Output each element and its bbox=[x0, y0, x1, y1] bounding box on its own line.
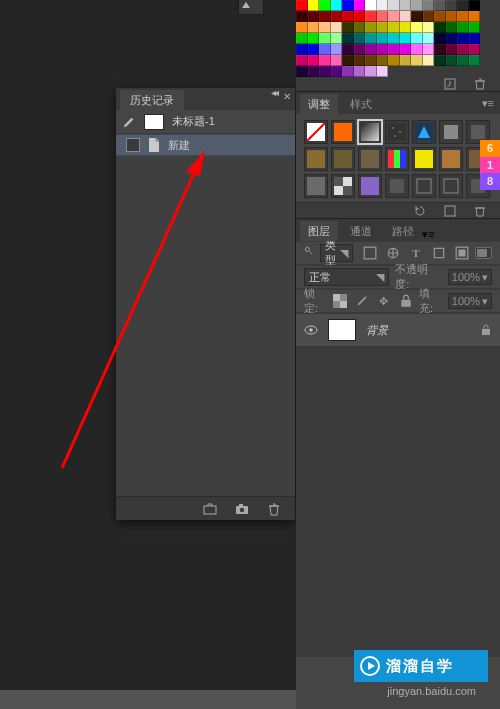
tab-layers[interactable]: 图层 bbox=[300, 221, 338, 241]
swatch[interactable] bbox=[342, 22, 354, 33]
opacity-value[interactable]: 100%▾ bbox=[448, 269, 492, 285]
solid-icon[interactable] bbox=[331, 120, 355, 144]
no-icon[interactable] bbox=[304, 120, 328, 144]
swatch[interactable] bbox=[319, 11, 331, 22]
swatch[interactable] bbox=[423, 44, 435, 55]
threshold-icon[interactable] bbox=[385, 174, 409, 198]
swatch[interactable] bbox=[388, 11, 400, 22]
filter-pixel-icon[interactable] bbox=[363, 246, 377, 260]
swatch[interactable] bbox=[469, 33, 481, 44]
swatch[interactable] bbox=[296, 0, 308, 11]
swatch[interactable] bbox=[308, 66, 320, 77]
swatch[interactable] bbox=[365, 22, 377, 33]
panel-menu-icon[interactable]: ▾≡ bbox=[482, 97, 494, 110]
swatch[interactable] bbox=[331, 55, 343, 66]
swatch[interactable] bbox=[296, 33, 308, 44]
swatch[interactable] bbox=[457, 22, 469, 33]
swatch[interactable] bbox=[296, 44, 308, 55]
swatch[interactable] bbox=[354, 55, 366, 66]
swatch[interactable] bbox=[342, 33, 354, 44]
swatch[interactable] bbox=[365, 55, 377, 66]
swatch[interactable] bbox=[296, 55, 308, 66]
invert-icon[interactable] bbox=[331, 174, 355, 198]
swatch[interactable] bbox=[331, 33, 343, 44]
levels-icon[interactable] bbox=[439, 120, 463, 144]
swatch[interactable] bbox=[446, 55, 458, 66]
filter-icon[interactable] bbox=[304, 246, 314, 260]
gradmap-icon[interactable] bbox=[439, 174, 463, 198]
pattern-icon[interactable] bbox=[385, 120, 409, 144]
close-icon[interactable]: ✕ bbox=[283, 91, 291, 102]
swatch[interactable] bbox=[331, 22, 343, 33]
swatch[interactable] bbox=[319, 66, 331, 77]
swatch[interactable] bbox=[354, 44, 366, 55]
tab-channels[interactable]: 通道 bbox=[342, 221, 380, 241]
swatch[interactable] bbox=[411, 11, 423, 22]
swatch[interactable] bbox=[411, 22, 423, 33]
layer-row[interactable]: 背景 bbox=[296, 313, 500, 347]
swatch[interactable] bbox=[457, 11, 469, 22]
filter-smart-icon[interactable] bbox=[455, 246, 469, 260]
swatch[interactable] bbox=[423, 55, 435, 66]
camera-icon[interactable] bbox=[235, 502, 249, 516]
swatch[interactable] bbox=[400, 55, 412, 66]
color-balance-icon[interactable] bbox=[385, 147, 409, 171]
swatch[interactable] bbox=[434, 22, 446, 33]
swatch[interactable] bbox=[388, 22, 400, 33]
swatch[interactable] bbox=[331, 0, 343, 11]
posterize-icon[interactable] bbox=[358, 174, 382, 198]
swatch[interactable] bbox=[308, 44, 320, 55]
swatch[interactable] bbox=[377, 55, 389, 66]
swatch[interactable] bbox=[354, 66, 366, 77]
swatch[interactable] bbox=[296, 66, 308, 77]
swatch[interactable] bbox=[319, 0, 331, 11]
swatch[interactable] bbox=[457, 0, 469, 11]
swatch[interactable] bbox=[434, 33, 446, 44]
exposure-icon[interactable] bbox=[304, 147, 328, 171]
lock-all-icon[interactable] bbox=[399, 294, 413, 308]
swatch[interactable] bbox=[469, 55, 481, 66]
swatch[interactable] bbox=[411, 0, 423, 11]
swatch[interactable] bbox=[388, 44, 400, 55]
swatch[interactable] bbox=[446, 33, 458, 44]
swatch[interactable] bbox=[400, 22, 412, 33]
swatch[interactable] bbox=[354, 11, 366, 22]
filter-shape-icon[interactable] bbox=[432, 246, 446, 260]
swatch[interactable] bbox=[411, 44, 423, 55]
swatch[interactable] bbox=[377, 66, 389, 77]
hue-icon[interactable] bbox=[358, 147, 382, 171]
swatch[interactable] bbox=[354, 33, 366, 44]
swatch[interactable] bbox=[365, 66, 377, 77]
photo-filter-icon[interactable] bbox=[439, 147, 463, 171]
swatch[interactable] bbox=[365, 33, 377, 44]
new-style-icon[interactable] bbox=[444, 205, 456, 217]
filter-adjust-icon[interactable] bbox=[386, 246, 400, 260]
trash-icon[interactable] bbox=[267, 502, 281, 516]
swatch[interactable] bbox=[400, 33, 412, 44]
swatch[interactable] bbox=[377, 33, 389, 44]
blend-mode-select[interactable]: 正常◥ bbox=[304, 268, 389, 286]
lock-position-icon[interactable]: ✥ bbox=[377, 294, 391, 308]
swatch[interactable] bbox=[342, 55, 354, 66]
swatch[interactable] bbox=[308, 11, 320, 22]
swatch[interactable] bbox=[469, 22, 481, 33]
filter-type-select[interactable]: 类型◥ bbox=[320, 244, 353, 262]
trash-icon[interactable] bbox=[474, 205, 486, 217]
swatch[interactable] bbox=[331, 66, 343, 77]
swatch[interactable] bbox=[308, 0, 320, 11]
history-document-row[interactable]: 未标题-1 bbox=[116, 110, 295, 134]
swatch[interactable] bbox=[365, 44, 377, 55]
panel-menu-icon[interactable]: ▾≡ bbox=[422, 228, 434, 241]
tab-adjustments[interactable]: 调整 bbox=[300, 94, 338, 114]
swatch[interactable] bbox=[457, 55, 469, 66]
swatch[interactable] bbox=[423, 22, 435, 33]
collapse-icon[interactable]: ◂◂ bbox=[271, 87, 277, 98]
swatch[interactable] bbox=[308, 22, 320, 33]
swatch[interactable] bbox=[457, 33, 469, 44]
swatch[interactable] bbox=[377, 11, 389, 22]
swatch[interactable] bbox=[342, 11, 354, 22]
swatch[interactable] bbox=[411, 55, 423, 66]
swatch[interactable] bbox=[423, 0, 435, 11]
swatch[interactable] bbox=[365, 11, 377, 22]
swatch[interactable] bbox=[308, 55, 320, 66]
